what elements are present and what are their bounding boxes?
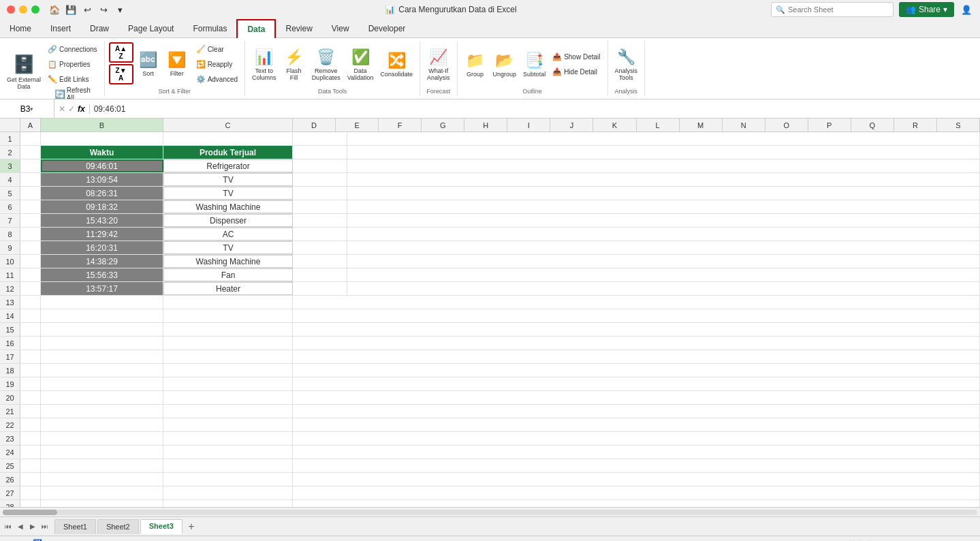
share-button[interactable]: 👥 Share ▾	[899, 2, 954, 17]
cell-b13[interactable]	[41, 296, 163, 309]
row-num-5[interactable]: 5	[0, 187, 20, 200]
cell-c27[interactable]	[163, 486, 293, 499]
get-external-data-button[interactable]: 🗄️ Get ExternalData	[4, 50, 44, 93]
cell-a18[interactable]	[20, 364, 41, 377]
cell-rest-22[interactable]	[293, 418, 980, 431]
cell-b20[interactable]	[41, 391, 163, 404]
cell-c23[interactable]	[163, 432, 293, 445]
cell-b22[interactable]	[41, 418, 163, 431]
cell-c13[interactable]	[163, 296, 293, 309]
edit-links-button[interactable]: ✏️ Edit Links	[45, 72, 100, 86]
col-header-g[interactable]: G	[422, 119, 464, 132]
cell-b1[interactable]	[41, 132, 163, 145]
remove-duplicates-button[interactable]: 🗑️ RemoveDuplicates	[309, 43, 343, 87]
row-num-8[interactable]: 8	[0, 228, 20, 241]
cell-a24[interactable]	[20, 446, 41, 459]
cell-b11[interactable]: 15:56:33	[41, 268, 163, 281]
cell-c10[interactable]: Washing Machine	[163, 255, 293, 268]
cell-rest-13[interactable]	[293, 296, 980, 309]
cell-rest-16[interactable]	[293, 337, 980, 350]
row-num-4[interactable]: 4	[0, 173, 20, 186]
cell-c25[interactable]	[163, 459, 293, 472]
cell-b24[interactable]	[41, 446, 163, 459]
col-header-m[interactable]: M	[680, 119, 723, 132]
row-num-2[interactable]: 2	[0, 146, 20, 159]
row-num-20[interactable]: 20	[0, 391, 20, 404]
cell-b16[interactable]	[41, 337, 163, 350]
cell-rest-8[interactable]	[347, 228, 980, 241]
cell-a10[interactable]	[20, 255, 41, 268]
cell-a8[interactable]	[20, 228, 41, 241]
cell-rest-12[interactable]	[347, 282, 980, 295]
row-num-12[interactable]: 12	[0, 282, 20, 295]
tab-draw[interactable]: Draw	[80, 19, 118, 38]
clear-button[interactable]: 🧹 Clear	[193, 42, 240, 56]
cell-c12[interactable]: Heater	[163, 282, 293, 295]
cell-a27[interactable]	[20, 486, 41, 499]
tab-data[interactable]: Data	[236, 19, 276, 38]
cell-b27[interactable]	[41, 486, 163, 499]
row-num-26[interactable]: 26	[0, 473, 20, 486]
cell-c21[interactable]	[163, 405, 293, 418]
cell-c4[interactable]: TV	[163, 173, 293, 186]
cell-b3[interactable]: 09:46:01	[41, 159, 163, 172]
cell-rest-26[interactable]	[293, 473, 980, 486]
consolidate-button[interactable]: 🔀 Consolidate	[378, 43, 416, 87]
row-num-13[interactable]: 13	[0, 296, 20, 309]
col-header-l[interactable]: L	[637, 119, 680, 132]
analysis-tools-button[interactable]: 🔧 AnalysisTools	[612, 43, 641, 87]
cell-d9[interactable]	[293, 241, 347, 254]
filter-button[interactable]: 🔽 Filter	[163, 42, 191, 86]
row-num-25[interactable]: 25	[0, 459, 20, 472]
col-header-a[interactable]: A	[20, 119, 41, 132]
cell-a7[interactable]	[20, 214, 41, 227]
col-header-r[interactable]: R	[894, 119, 937, 132]
cell-a15[interactable]	[20, 323, 41, 336]
cell-d7[interactable]	[293, 214, 347, 227]
cell-b14[interactable]	[41, 309, 163, 322]
cell-b17[interactable]	[41, 350, 163, 363]
cell-a16[interactable]	[20, 337, 41, 350]
row-num-21[interactable]: 21	[0, 405, 20, 418]
col-header-b[interactable]: B	[41, 119, 163, 132]
cell-d10[interactable]	[293, 255, 347, 268]
cell-b19[interactable]	[41, 377, 163, 390]
cell-a13[interactable]	[20, 296, 41, 309]
cell-b9[interactable]: 16:20:31	[41, 241, 163, 254]
col-header-f[interactable]: F	[379, 119, 422, 132]
tab-home[interactable]: Home	[0, 19, 41, 38]
cell-d12[interactable]	[293, 282, 347, 295]
customize-icon[interactable]: ▾	[113, 3, 127, 16]
cell-d11[interactable]	[293, 268, 347, 281]
cell-d8[interactable]	[293, 228, 347, 241]
cell-rest-5[interactable]	[347, 187, 980, 200]
row-num-10[interactable]: 10	[0, 255, 20, 268]
cell-d1[interactable]	[293, 132, 347, 145]
insert-function-icon[interactable]: fx	[78, 104, 85, 114]
col-header-j[interactable]: J	[550, 119, 593, 132]
advanced-button[interactable]: ⚙️ Advanced	[193, 72, 240, 86]
cell-b28[interactable]	[41, 500, 163, 507]
tab-formulas[interactable]: Formulas	[183, 19, 236, 38]
sort-button[interactable]: 🔤 Sort	[135, 42, 162, 86]
cell-b12[interactable]: 13:57:17	[41, 282, 163, 295]
col-header-e[interactable]: E	[336, 119, 379, 132]
subtotal-button[interactable]: 📑 Subtotal	[520, 43, 548, 87]
cell-a28[interactable]	[20, 500, 41, 507]
col-header-d[interactable]: D	[293, 119, 336, 132]
col-header-c[interactable]: C	[163, 119, 293, 132]
cell-rest-17[interactable]	[293, 350, 980, 363]
cell-b25[interactable]	[41, 459, 163, 472]
cell-b21[interactable]	[41, 405, 163, 418]
cell-d4[interactable]	[293, 173, 347, 186]
cell-c22[interactable]	[163, 418, 293, 431]
row-num-19[interactable]: 19	[0, 377, 20, 390]
cell-b15[interactable]	[41, 323, 163, 336]
cell-a26[interactable]	[20, 473, 41, 486]
cell-c7[interactable]: Dispenser	[163, 214, 293, 227]
search-input[interactable]	[788, 5, 889, 14]
cell-a19[interactable]	[20, 377, 41, 390]
row-num-11[interactable]: 11	[0, 268, 20, 281]
cell-rest-18[interactable]	[293, 364, 980, 377]
cell-rest-3[interactable]	[347, 159, 980, 172]
